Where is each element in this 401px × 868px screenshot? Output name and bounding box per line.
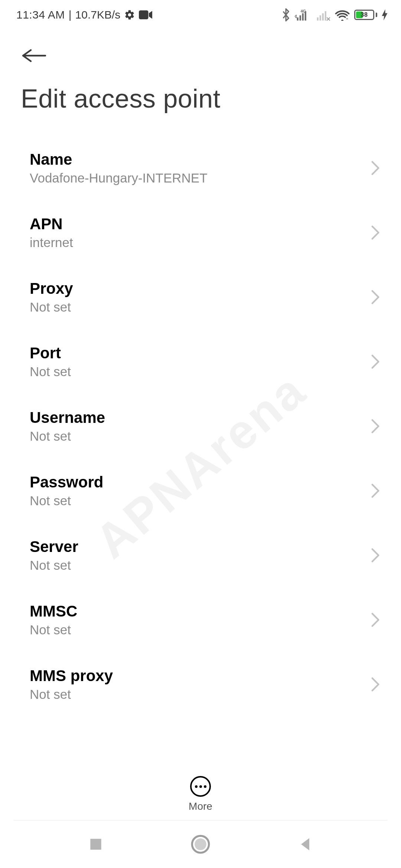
chevron-right-icon [371, 161, 380, 175]
svg-rect-6 [317, 17, 319, 20]
item-label: Name [30, 151, 208, 168]
status-net-speed: 10.7KB/s [75, 9, 121, 21]
item-value: Not set [30, 429, 105, 444]
more-icon [190, 776, 211, 797]
battery-percent: 38 [355, 11, 373, 18]
status-bar: 11:34 AM | 10.7KB/s 4G [0, 0, 401, 30]
status-time: 11:34 AM [16, 9, 65, 21]
videocam-icon [139, 10, 152, 19]
list-item-proxy[interactable]: Proxy Not set [21, 265, 380, 329]
page-title: Edit access point [0, 70, 401, 136]
list-item-username[interactable]: Username Not set [21, 394, 380, 458]
item-label: MMSC [30, 602, 77, 620]
svg-rect-2 [297, 17, 299, 20]
app-bar [0, 30, 401, 70]
chevron-right-icon [371, 290, 380, 305]
list-item-mmsc[interactable]: MMSC Not set [21, 588, 380, 652]
chevron-right-icon [371, 225, 380, 240]
item-label: MMS proxy [30, 667, 113, 685]
svg-rect-3 [300, 15, 301, 20]
list-item-server[interactable]: Server Not set [21, 523, 380, 588]
status-left: 11:34 AM | 10.7KB/s [16, 9, 152, 21]
chevron-right-icon [371, 548, 380, 563]
item-value: Not set [30, 558, 78, 573]
list-item-mms-proxy[interactable]: MMS proxy Not set [21, 652, 380, 717]
gear-icon [124, 9, 135, 20]
item-value: Not set [30, 300, 73, 315]
signal-primary-icon: 4G [295, 9, 310, 21]
nav-back-button[interactable] [297, 836, 313, 852]
more-button[interactable]: More [0, 776, 401, 812]
status-separator: | [69, 9, 72, 21]
item-label: Server [30, 538, 78, 556]
item-label: Password [30, 473, 103, 491]
charging-icon [382, 9, 388, 20]
chevron-right-icon [371, 419, 380, 434]
battery-indicator: 38 [354, 10, 377, 20]
item-value: Not set [30, 622, 77, 637]
nav-bar [0, 821, 401, 868]
more-label: More [189, 800, 212, 812]
chevron-right-icon [371, 354, 380, 369]
bluetooth-icon [281, 8, 290, 22]
chevron-right-icon [371, 612, 380, 627]
list-item-password[interactable]: Password Not set [21, 458, 380, 523]
nav-home-button[interactable] [190, 834, 211, 855]
item-label: Port [30, 344, 71, 362]
wifi-icon [335, 9, 350, 21]
item-label: Proxy [30, 280, 73, 297]
back-button[interactable] [19, 41, 49, 70]
signal-secondary-icon [315, 9, 330, 21]
item-label: APN [30, 215, 73, 233]
item-value: internet [30, 235, 73, 250]
chevron-right-icon [371, 677, 380, 692]
list-item-port[interactable]: Port Not set [21, 329, 380, 394]
item-label: Username [30, 409, 105, 427]
list-item-name[interactable]: Name Vodafone-Hungary-INTERNET [21, 136, 380, 200]
arrow-left-icon [21, 47, 48, 65]
svg-rect-7 [320, 15, 321, 20]
svg-rect-4 [302, 13, 304, 21]
item-value: Vodafone-Hungary-INTERNET [30, 171, 208, 185]
status-right: 4G [281, 8, 388, 22]
nav-recent-button[interactable] [88, 836, 104, 852]
svg-rect-9 [325, 11, 326, 20]
list-item-apn[interactable]: APN internet [21, 200, 380, 265]
item-value: Not set [30, 687, 113, 702]
svg-rect-8 [322, 13, 324, 21]
svg-point-13 [195, 838, 206, 850]
svg-rect-11 [90, 839, 101, 849]
item-value: Not set [30, 364, 71, 379]
svg-rect-0 [139, 10, 149, 19]
svg-rect-5 [305, 11, 306, 20]
item-value: Not set [30, 493, 103, 508]
settings-list: Name Vodafone-Hungary-INTERNET APN inter… [0, 136, 401, 717]
chevron-right-icon [371, 483, 380, 498]
